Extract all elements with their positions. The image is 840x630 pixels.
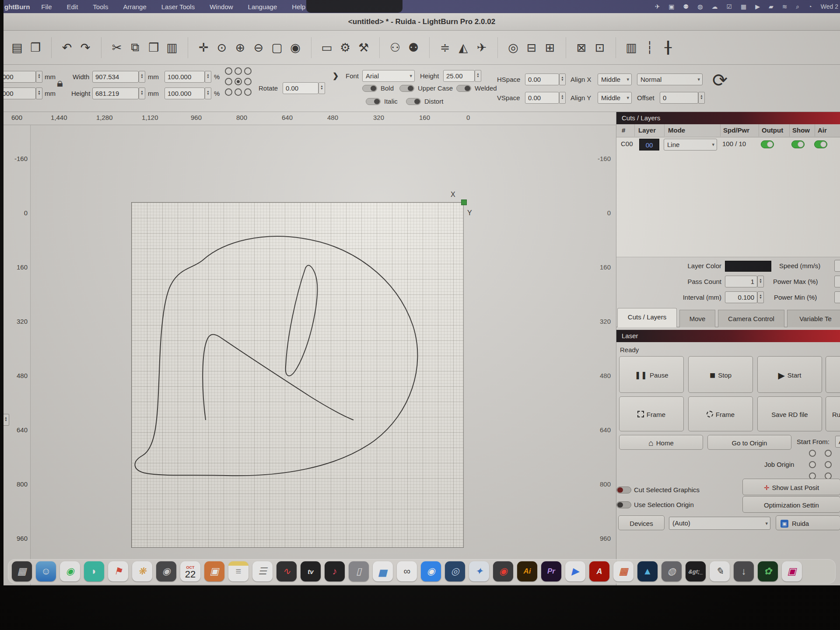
menu-language[interactable]: Language — [248, 3, 277, 10]
keyhole-tool-icon[interactable]: ◍ — [697, 3, 703, 10]
dock-globe-app[interactable]: ◍ — [662, 561, 682, 581]
cut-selected-graphics-toggle[interactable] — [616, 486, 631, 494]
machine-tools-button[interactable]: ⚒ — [354, 41, 373, 55]
go-to-origin-button[interactable]: Go to Origin — [707, 435, 791, 450]
dock-calendar[interactable]: OCT 22 — [180, 561, 200, 581]
dock-pen-note-app[interactable]: ✎ — [710, 561, 730, 581]
chevron-expand-icon[interactable]: ❯ — [332, 70, 339, 82]
width-percent-spinner[interactable]: ▲▼ — [205, 71, 211, 83]
x-position-field[interactable]: 0.000 — [4, 71, 36, 83]
align-center-v-button[interactable]: ⊡ — [591, 41, 609, 55]
width-percent-field[interactable]: 100.000 — [164, 71, 205, 83]
canvas-edge-spinner[interactable]: ▲▼ — [4, 414, 9, 426]
screen-capture-icon[interactable]: ▣ — [668, 3, 674, 10]
layer-row[interactable]: C00 00 Line 100 / 10 — [616, 137, 840, 152]
layer-list-empty-area[interactable] — [616, 152, 840, 257]
copy-button[interactable]: ⧉ — [126, 41, 144, 54]
menu-arrange[interactable]: Arrange — [123, 3, 146, 10]
dock-triangle-app[interactable]: ▲ — [637, 561, 658, 581]
job-origin-radio[interactable] — [825, 461, 832, 468]
align-x-dropdown[interactable]: Middle — [598, 74, 632, 85]
dock-adobe-red-app[interactable]: A — [589, 561, 609, 581]
menu-help[interactable]: Help — [292, 3, 305, 10]
layer-mode-dropdown[interactable]: Line — [664, 139, 717, 150]
zoom-frame-button[interactable]: ⊙ — [213, 41, 231, 55]
dock-premiere[interactable]: Pr — [541, 561, 561, 581]
hspace-spinner[interactable]: ▲▼ — [559, 74, 566, 85]
upper-case-toggle[interactable] — [399, 85, 414, 92]
dock-reminders[interactable]: ☰ — [252, 561, 273, 581]
home-button[interactable]: ⌂Home — [619, 435, 703, 450]
dock-gallery-app[interactable]: ▣ — [782, 561, 802, 581]
dock-office-grid-app[interactable]: ▦ — [613, 561, 634, 581]
job-origin-radio[interactable] — [809, 461, 816, 468]
android-device-icon[interactable]: ⚉ — [683, 3, 689, 10]
y-position-field[interactable]: 0.000 — [4, 88, 36, 99]
output-toggle[interactable] — [761, 140, 774, 148]
x-position-spinner[interactable]: ▲▼ — [36, 71, 42, 83]
frame-circle-button[interactable]: Frame — [688, 396, 753, 431]
zoom-out-button[interactable]: ⊖ — [249, 41, 268, 55]
anchor-bottom-center[interactable] — [234, 88, 242, 96]
menu-clock[interactable]: Wed 2 — [821, 3, 838, 10]
cloud-app-icon[interactable]: ☁ — [711, 3, 718, 10]
play-circle-icon[interactable]: ▶ — [755, 3, 760, 10]
dock-leaf-app[interactable]: ✿ — [758, 561, 778, 581]
laser-header[interactable]: Laser — [616, 330, 840, 342]
node-grid-button[interactable]: ╂ — [659, 41, 677, 55]
dock-download-app[interactable]: ↓ — [734, 561, 754, 581]
capture-button[interactable]: ◉ — [286, 41, 304, 55]
tab-move[interactable]: Move — [679, 310, 715, 327]
user-group-button[interactable]: ⚇ — [386, 41, 404, 55]
dock-navigation-app[interactable]: ◎ — [445, 561, 465, 581]
dock-photos[interactable]: ❋ — [132, 561, 152, 581]
vpn-plane-icon[interactable]: ✈ — [655, 3, 660, 10]
focus-target-button[interactable]: ◎ — [504, 41, 522, 55]
dock-voice-memos[interactable]: ∿ — [276, 561, 297, 581]
dock-gray-app[interactable]: ▯ — [349, 561, 369, 581]
y-position-spinner[interactable]: ▲▼ — [36, 88, 42, 99]
dock-camera[interactable]: ◉ — [156, 561, 176, 581]
menu-tools[interactable]: Tools — [93, 3, 108, 10]
dock-safari[interactable]: ✦ — [469, 561, 489, 581]
anchor-top-center[interactable] — [234, 67, 242, 75]
align-left-button[interactable]: ⊟ — [522, 41, 541, 55]
job-origin-radio[interactable] — [809, 450, 816, 457]
menu-window[interactable]: Window — [210, 3, 233, 10]
start-from-dropdown[interactable]: Absolute — [835, 436, 840, 448]
vspace-field[interactable]: 0.00 — [525, 92, 559, 104]
show-toggle[interactable] — [791, 140, 805, 148]
rotate-field[interactable]: 0.00 — [283, 82, 318, 94]
width-field[interactable]: 907.534 — [92, 71, 139, 83]
offset-field[interactable]: 0 — [660, 92, 698, 104]
interval-field[interactable]: 0.100 — [725, 291, 757, 303]
menu-laser-tools[interactable]: Laser Tools — [161, 3, 195, 10]
run-gcode-button-partial[interactable]: Ru — [826, 396, 840, 431]
pass-count-field[interactable]: 1 — [725, 276, 757, 287]
user-profile-button[interactable]: ⚉ — [404, 41, 423, 55]
dock-orange-app[interactable]: ▣ — [204, 561, 224, 581]
preview-button[interactable]: ▭ — [318, 41, 336, 55]
dock-launchpad[interactable]: ▦ — [12, 561, 32, 581]
bold-toggle[interactable] — [362, 85, 377, 92]
frame-square-button[interactable]: Frame — [619, 396, 684, 431]
tab-cuts-layers[interactable]: Cuts / Layers — [617, 308, 677, 327]
dock-terminal[interactable]: &gt;_ — [686, 561, 706, 581]
device-ruida-button[interactable]: ▣Ruida — [776, 515, 840, 530]
height-percent-spinner[interactable]: ▲▼ — [205, 88, 211, 99]
open-button[interactable]: ❐ — [26, 41, 45, 55]
dock-notes[interactable]: ≡ — [228, 561, 248, 581]
battery-icon[interactable]: ▰ — [769, 3, 774, 10]
redo-button[interactable]: ↷ — [76, 41, 94, 55]
design-shape[interactable] — [131, 202, 464, 548]
save-button[interactable]: ▤ — [8, 41, 26, 55]
sync-refresh-icon[interactable]: ⟳ — [712, 74, 728, 86]
dock-green-status-app[interactable]: ◉ — [60, 561, 80, 581]
layer-color-button[interactable] — [725, 261, 771, 272]
layer-color-swatch[interactable]: 00 — [639, 139, 659, 150]
menu-app-name[interactable]: ghtBurn — [4, 3, 30, 10]
teams-status-icon[interactable]: ☑ — [726, 3, 732, 10]
pause-button[interactable]: ❚❚Pause — [619, 356, 684, 393]
cuts-layers-header[interactable]: Cuts / Layers — [616, 112, 840, 124]
anchor-top-right[interactable] — [244, 67, 252, 75]
